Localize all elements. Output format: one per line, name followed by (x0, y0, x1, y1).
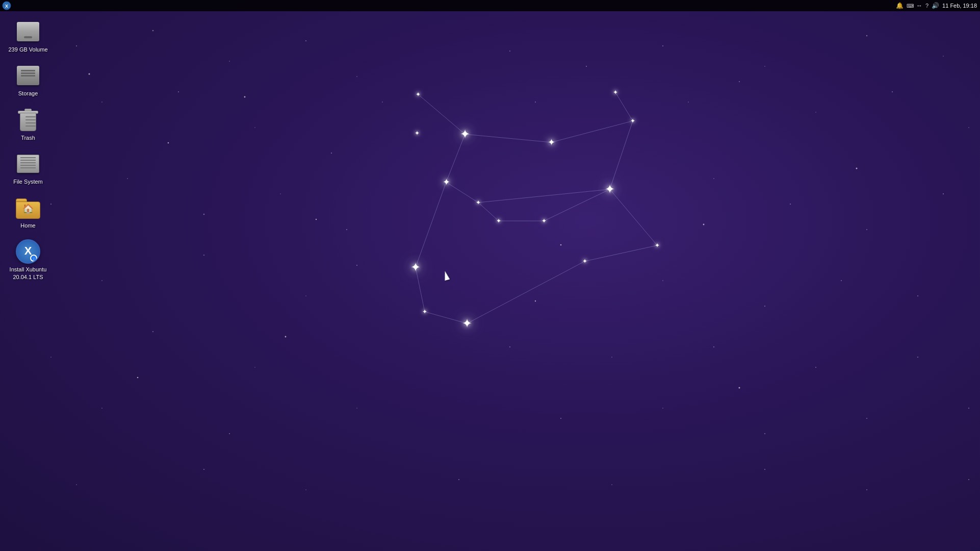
svg-point-77 (764, 469, 765, 470)
svg-point-35 (739, 81, 740, 82)
icon-install-xubuntu[interactable]: X ↓ Install Xubuntu 20.04.1 LTS (5, 235, 51, 285)
svg-line-12 (585, 245, 657, 261)
svg-point-82 (244, 96, 246, 98)
install-xubuntu-icon-image: X ↓ (16, 239, 40, 264)
svg-point-52 (662, 280, 663, 281)
svg-line-13 (610, 189, 657, 245)
taskbar-left: X (0, 1, 12, 10)
install-download-arrow: ↓ (30, 255, 37, 262)
desktop-icons-container: 239 GB Volume Storage (5, 15, 51, 287)
svg-point-29 (254, 127, 255, 128)
svg-line-4 (446, 134, 465, 182)
svg-point-49 (203, 255, 204, 256)
trash-label: Trash (21, 134, 35, 141)
svg-point-22 (509, 51, 510, 52)
svg-point-85 (703, 224, 705, 226)
svg-point-42 (280, 193, 280, 194)
svg-point-86 (856, 168, 858, 169)
svg-point-48 (101, 280, 102, 281)
svg-point-88 (285, 336, 287, 338)
svg-line-16 (544, 189, 610, 221)
svg-point-75 (458, 479, 459, 480)
storage-icon-image (16, 63, 40, 88)
svg-point-32 (535, 102, 536, 103)
clock: 11 Feb, 19:18 (942, 3, 977, 9)
svg-point-18 (152, 30, 153, 31)
volume-icon[interactable]: 🔊 (932, 2, 939, 9)
svg-point-67 (560, 418, 561, 419)
svg-line-7 (610, 121, 633, 189)
svg-point-58 (254, 367, 255, 367)
239gb-volume-label: 239 GB Volume (8, 46, 47, 53)
drive-icon (17, 22, 39, 41)
svg-point-34 (688, 102, 689, 103)
svg-point-76 (611, 484, 612, 485)
svg-point-24 (764, 66, 765, 67)
filesystem-drive-icon (17, 155, 39, 173)
icon-239gb-volume[interactable]: 239 GB Volume (5, 15, 51, 57)
home-folder-icon: 🏠 (16, 196, 40, 219)
svg-point-84 (560, 244, 562, 246)
svg-point-78 (866, 489, 867, 490)
power-icon[interactable]: ? (925, 3, 929, 9)
icon-storage[interactable]: Storage (5, 59, 51, 101)
svg-point-90 (739, 387, 740, 389)
keyboard-layout-icon[interactable]: ⌨ (907, 3, 913, 9)
svg-line-5 (446, 182, 478, 203)
svg-point-23 (662, 45, 663, 46)
network-icon[interactable]: ↔ (916, 2, 922, 9)
filesystem-icon-image (16, 152, 40, 176)
svg-point-74 (305, 489, 306, 490)
svg-point-80 (89, 73, 90, 75)
svg-point-27 (101, 102, 102, 103)
icon-filesystem[interactable]: File System (5, 147, 51, 189)
notification-icon[interactable]: 🔔 (896, 2, 904, 9)
svg-point-59 (509, 346, 510, 347)
install-xubuntu-label: Install Xubuntu 20.04.1 LTS (8, 266, 48, 281)
svg-line-10 (425, 312, 467, 323)
storage-drive-icon (17, 66, 39, 85)
svg-point-17 (76, 45, 77, 46)
trash-bin-icon (18, 109, 38, 131)
svg-point-60 (611, 357, 612, 358)
svg-point-54 (841, 280, 842, 281)
svg-point-62 (815, 367, 816, 368)
filesystem-label: File System (13, 178, 42, 185)
svg-point-66 (356, 408, 357, 408)
svg-point-87 (137, 377, 139, 379)
svg-point-53 (764, 306, 765, 307)
svg-point-47 (943, 193, 944, 194)
taskbar: X 🔔 ⌨ ↔ ? 🔊 11 Feb, 19:18 (0, 0, 980, 11)
trash-icon-image (16, 108, 40, 132)
svg-point-69 (764, 433, 765, 434)
svg-point-71 (968, 408, 969, 409)
svg-point-45 (790, 204, 791, 205)
svg-line-2 (551, 121, 633, 142)
xubuntu-logo[interactable]: X (2, 1, 11, 10)
svg-point-56 (50, 357, 51, 358)
svg-line-1 (465, 134, 551, 142)
svg-point-50 (305, 295, 306, 296)
home-icon-image: 🏠 (16, 195, 40, 220)
svg-point-19 (229, 61, 230, 62)
svg-point-46 (866, 229, 867, 230)
svg-point-64 (101, 408, 102, 409)
svg-line-9 (416, 267, 425, 312)
svg-point-70 (866, 418, 867, 419)
home-label: Home (20, 222, 35, 229)
svg-point-20 (305, 40, 306, 41)
svg-point-38 (968, 127, 969, 128)
svg-point-83 (316, 219, 317, 220)
svg-line-14 (478, 203, 499, 221)
svg-point-25 (866, 35, 867, 36)
svg-point-51 (356, 265, 357, 266)
svg-line-0 (418, 94, 465, 134)
svg-point-26 (943, 56, 944, 57)
svg-line-8 (416, 182, 446, 267)
icon-trash[interactable]: Trash (5, 104, 51, 145)
svg-point-61 (713, 346, 714, 347)
svg-line-11 (467, 261, 585, 323)
icon-home[interactable]: 🏠 Home (5, 191, 51, 233)
svg-point-31 (382, 102, 383, 103)
constellation (0, 0, 980, 551)
